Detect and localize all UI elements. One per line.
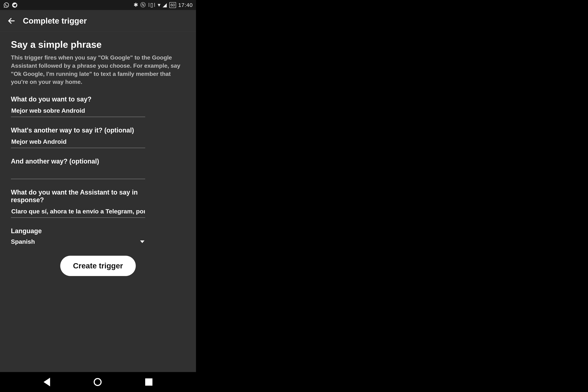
nav-home-icon[interactable]: [94, 378, 102, 386]
status-indicators: ✱ Ⓝ ⁞▯⁞ ▾ ◢: [134, 1, 167, 9]
alt-phrase-1-label: What's another way to say it? (optional): [11, 126, 185, 134]
telegram-status-icon: [12, 2, 18, 8]
response-input[interactable]: [11, 206, 145, 218]
alt-phrase-2-input[interactable]: [11, 167, 145, 179]
nav-back-icon[interactable]: [44, 378, 50, 386]
android-nav-bar: [0, 372, 196, 392]
language-label: Language: [11, 227, 185, 235]
clock: 17:40: [178, 2, 193, 8]
phrase-input[interactable]: [11, 105, 145, 117]
back-icon[interactable]: [7, 17, 16, 25]
app-bar: Complete trigger: [0, 10, 196, 32]
alt-phrase-1-input[interactable]: [11, 136, 145, 148]
trigger-description: This trigger fires when you say "Ok Goog…: [11, 54, 185, 86]
status-bar: ✱ Ⓝ ⁞▯⁞ ▾ ◢ 60 17:40: [0, 0, 196, 10]
alt-phrase-2-label: And another way? (optional): [11, 158, 185, 165]
battery-icon: 60: [169, 2, 176, 8]
screen-complete-trigger: ✱ Ⓝ ⁞▯⁞ ▾ ◢ 60 17:40 Complete trigger Sa…: [0, 0, 196, 392]
nav-recent-icon[interactable]: [145, 378, 152, 386]
phrase-label: What do you want to say?: [11, 96, 185, 103]
language-value: Spanish: [11, 238, 35, 245]
page-title: Complete trigger: [23, 16, 87, 26]
chevron-down-icon: [140, 240, 144, 243]
whatsapp-icon: [3, 2, 10, 8]
create-trigger-button[interactable]: Create trigger: [60, 256, 136, 276]
language-dropdown[interactable]: Spanish: [11, 237, 145, 247]
trigger-heading: Say a simple phrase: [11, 39, 185, 50]
response-label: What do you want the Assistant to say in…: [11, 188, 145, 204]
